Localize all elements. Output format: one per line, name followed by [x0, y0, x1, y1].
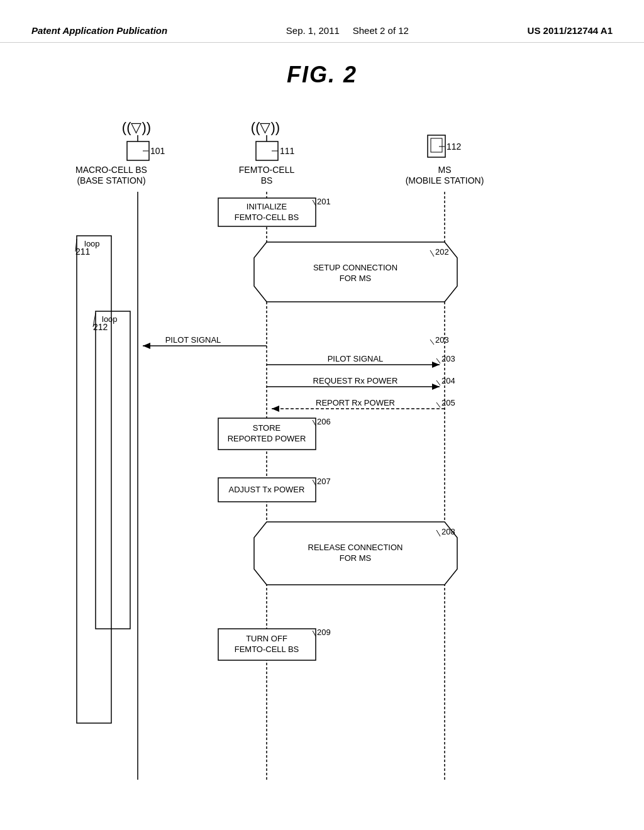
- svg-text:STORE: STORE: [253, 423, 281, 433]
- svg-text:112: 112: [447, 141, 462, 152]
- svg-marker-53: [432, 384, 440, 390]
- svg-text:FOR MS: FOR MS: [340, 274, 372, 283]
- svg-text:202: 202: [435, 247, 449, 257]
- loop-211: loop 211: [75, 236, 111, 723]
- svg-text:101: 101: [150, 146, 165, 156]
- svg-text:FEMTO-CELL: FEMTO-CELL: [239, 165, 295, 175]
- publication-title: Patent Application Publication: [31, 25, 167, 36]
- svg-marker-48: [432, 362, 440, 368]
- svg-text:111: 111: [280, 146, 295, 156]
- step-203b: PILOT SIGNAL 203: [267, 354, 455, 368]
- svg-text:204: 204: [441, 376, 455, 385]
- page: Patent Application Publication Sep. 1, 2…: [0, 0, 644, 830]
- svg-rect-25: [77, 236, 111, 723]
- svg-text:MS: MS: [438, 165, 452, 175]
- svg-marker-43: [143, 343, 150, 349]
- svg-text:BS: BS: [261, 175, 273, 185]
- step-205: REPORT Rx POWER 205: [272, 398, 455, 412]
- svg-text:ADJUST Tx POWER: ADJUST Tx POWER: [229, 485, 305, 494]
- svg-text:211: 211: [75, 246, 91, 257]
- svg-text:RELEASE CONNECTION: RELEASE CONNECTION: [308, 543, 403, 552]
- svg-rect-37: [96, 311, 130, 629]
- svg-text:REQUEST Rx POWER: REQUEST Rx POWER: [313, 376, 398, 385]
- svg-text:206: 206: [317, 417, 331, 426]
- svg-text:((▽)): ((▽)): [122, 119, 151, 135]
- svg-text:REPORTED POWER: REPORTED POWER: [228, 434, 306, 443]
- header: Patent Application Publication Sep. 1, 2…: [0, 0, 644, 43]
- svg-text:REPORT Rx POWER: REPORT Rx POWER: [316, 398, 395, 407]
- svg-line-60: [436, 402, 440, 407]
- macro-cell-antenna: ((▽)) 101 MACRO-CELL BS (BASE STATION): [75, 119, 165, 185]
- svg-text:MACRO-CELL BS: MACRO-CELL BS: [75, 165, 147, 175]
- svg-line-45: [430, 340, 434, 345]
- svg-line-55: [436, 380, 440, 385]
- svg-text:FEMTO-CELL BS: FEMTO-CELL BS: [235, 645, 299, 654]
- svg-rect-15: [431, 138, 442, 152]
- svg-text:PILOT SIGNAL: PILOT SIGNAL: [328, 354, 384, 363]
- step-208: RELEASE CONNECTION FOR MS 208: [254, 522, 457, 585]
- svg-text:203: 203: [435, 335, 449, 345]
- figure-title: FIG. 2: [0, 62, 644, 88]
- patent-number: US 2011/212744 A1: [528, 25, 613, 36]
- publication-date: Sep. 1, 2011: [286, 25, 340, 36]
- svg-text:TURN OFF: TURN OFF: [246, 634, 287, 643]
- step-206: STORE REPORTED POWER 206: [218, 417, 331, 450]
- svg-text:(BASE STATION): (BASE STATION): [77, 175, 145, 185]
- sheet-info: Sheet 2 of 12: [353, 25, 409, 36]
- step-209: TURN OFF FEMTO-CELL BS 209: [218, 628, 331, 660]
- svg-line-50: [436, 358, 440, 363]
- svg-marker-58: [272, 406, 279, 412]
- svg-text:201: 201: [317, 197, 331, 206]
- svg-text:212: 212: [93, 322, 108, 332]
- svg-text:FEMTO-CELL BS: FEMTO-CELL BS: [235, 213, 299, 222]
- svg-text:203: 203: [441, 354, 455, 363]
- svg-text:((▽)): ((▽)): [251, 119, 280, 135]
- svg-text:(MOBILE STATION): (MOBILE STATION): [406, 175, 484, 185]
- svg-text:209: 209: [317, 628, 331, 637]
- svg-text:INITIALIZE: INITIALIZE: [247, 202, 287, 211]
- step-204: REQUEST Rx POWER 204: [267, 376, 455, 390]
- step-201: INITIALIZE FEMTO-CELL BS 201: [218, 197, 331, 226]
- header-center: Sep. 1, 2011 Sheet 2 of 12: [286, 25, 409, 36]
- step-203a: PILOT SIGNAL 203: [143, 335, 449, 349]
- step-202: SETUP CONNECTION FOR MS 202: [254, 242, 457, 302]
- diagram-svg: ((▽)) 101 MACRO-CELL BS (BASE STATION) (…: [39, 101, 605, 792]
- svg-text:PILOT SIGNAL: PILOT SIGNAL: [165, 335, 221, 345]
- svg-text:FOR MS: FOR MS: [340, 553, 372, 563]
- svg-text:205: 205: [441, 398, 455, 407]
- svg-text:208: 208: [441, 527, 455, 536]
- svg-text:207: 207: [317, 477, 331, 486]
- svg-text:SETUP CONNECTION: SETUP CONNECTION: [313, 263, 397, 272]
- step-207: ADJUST Tx POWER 207: [218, 477, 331, 502]
- femto-cell-antenna: ((▽)) 111 FEMTO-CELL BS: [239, 119, 295, 185]
- ms-device: 112 MS (MOBILE STATION): [406, 135, 484, 185]
